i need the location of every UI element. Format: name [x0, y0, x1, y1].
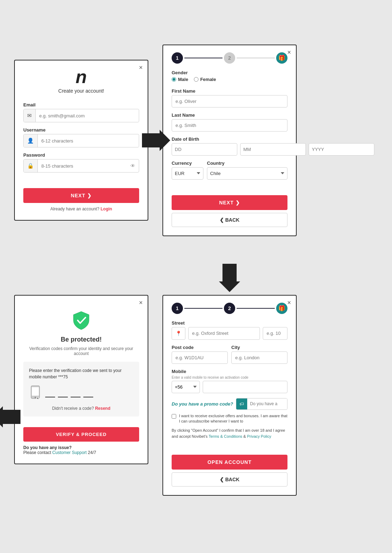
- support-link[interactable]: Customer Support: [52, 450, 87, 455]
- step1-close-button[interactable]: ×: [139, 64, 143, 71]
- step2-modal: × 1 2 🎁 Gender Male Female: [162, 45, 297, 236]
- step3-step2-circle: 2: [224, 303, 235, 314]
- email-group: Email ✉: [23, 102, 139, 122]
- step3-line-2: [237, 308, 275, 309]
- mobile-note: Enter a valid mobile to receive an activ…: [172, 376, 287, 379]
- phone-icon: [29, 385, 42, 402]
- step3-modal: × 1 2 🎁 Street 📍 Post code: [162, 295, 297, 496]
- male-label: Male: [178, 77, 188, 82]
- postcode-input[interactable]: [172, 351, 228, 364]
- gender-options: Male Female: [172, 77, 287, 83]
- email-input-wrapper: ✉: [23, 109, 139, 122]
- logo-area: n: [23, 68, 139, 86]
- step3-step3-circle: 🎁: [276, 303, 287, 314]
- step2-close-button[interactable]: ×: [287, 49, 291, 56]
- female-label: Female: [200, 77, 216, 82]
- step2-circle: 2: [224, 52, 235, 64]
- lastname-group: Last Name: [172, 112, 287, 132]
- location-icon: 📍: [172, 327, 185, 340]
- mobile-group: Mobile Enter a valid mobile to receive a…: [172, 369, 287, 393]
- step3-step1-circle: 1: [172, 303, 183, 314]
- firstname-label: First Name: [172, 88, 287, 94]
- female-option[interactable]: Female: [194, 77, 216, 82]
- step1-next-button[interactable]: NEXT ❯: [23, 188, 139, 203]
- verify-proceed-button[interactable]: VERIFY & PROCEED: [23, 427, 139, 442]
- offers-checkbox-row: I want to receive exclusive offers and b…: [172, 413, 287, 424]
- terms-link[interactable]: Terms & Conditions: [209, 434, 242, 438]
- password-label: Password: [23, 152, 139, 158]
- currency-country-row: Currency EUR USD GBP Country Chile Unite…: [172, 161, 287, 185]
- email-input[interactable]: [36, 110, 139, 122]
- dob-label: Date of Birth: [172, 136, 287, 142]
- gender-group: Gender Male Female: [172, 70, 287, 83]
- resend-link[interactable]: Resend: [95, 406, 110, 411]
- gender-label: Gender: [172, 70, 287, 75]
- street-number-input[interactable]: [263, 327, 287, 340]
- currency-group: Currency EUR USD GBP: [172, 161, 203, 180]
- step1-modal: × n Create your account! Email ✉ Usernam…: [14, 60, 148, 221]
- svg-marker-0: [142, 130, 170, 151]
- mobile-input[interactable]: [203, 381, 287, 393]
- privacy-link[interactable]: Privacy Policy: [247, 434, 271, 438]
- password-input[interactable]: [38, 160, 127, 172]
- step4-close-button[interactable]: ×: [139, 299, 143, 307]
- svg-rect-3: [32, 387, 39, 396]
- shield-icon-area: [23, 310, 139, 332]
- promo-input[interactable]: [247, 398, 287, 409]
- currency-select[interactable]: EUR USD GBP: [172, 167, 203, 180]
- username-group: Username 👤: [23, 127, 139, 147]
- step2-next-button[interactable]: NEXT ❯: [172, 195, 287, 210]
- eye-icon[interactable]: 👁: [127, 160, 139, 172]
- dob-yyyy-input[interactable]: [309, 143, 374, 156]
- verify-subtitle: Verification codes confirm your identity…: [23, 346, 139, 356]
- mobile-country-select[interactable]: +56 +44 +1: [172, 381, 200, 393]
- lastname-input[interactable]: [172, 119, 287, 132]
- step3-close-button[interactable]: ×: [287, 299, 291, 307]
- offers-text: I want to receive exclusive offers and b…: [179, 413, 287, 424]
- promo-row: Do you have a promo code? 🏷: [172, 398, 287, 410]
- country-group: Country Chile United Kingdom USA: [207, 161, 287, 180]
- step3-line-1: [184, 308, 222, 309]
- step2-back-button[interactable]: ❮ BACK: [172, 213, 287, 227]
- male-radio[interactable]: [172, 77, 176, 82]
- issue-title: Do you have any issue?: [23, 445, 72, 450]
- offers-checkbox[interactable]: [172, 414, 176, 419]
- street-input[interactable]: [188, 327, 260, 340]
- resend-row: Didn't receive a code? Resend: [29, 406, 133, 411]
- password-input-wrapper: 🔒 👁: [23, 159, 139, 173]
- step3-back-button[interactable]: ❮ BACK: [172, 472, 287, 487]
- support-text: Do you have any issue? Please contact Cu…: [23, 445, 139, 455]
- login-link[interactable]: Login: [101, 206, 112, 211]
- currency-label: Currency: [172, 161, 203, 166]
- resend-text: Didn't receive a code?: [52, 406, 94, 411]
- step3-progress-bar: 1 2 🎁: [172, 303, 287, 314]
- support-suffix: 24/7: [88, 450, 96, 455]
- city-input[interactable]: [231, 351, 287, 364]
- country-select[interactable]: Chile United Kingdom USA: [207, 167, 287, 180]
- arrow-right: [142, 130, 170, 151]
- issue-text: Please contact: [23, 450, 51, 455]
- dob-dd-input[interactable]: [172, 143, 237, 156]
- dob-group: Date of Birth: [172, 136, 287, 156]
- arrow-down: [219, 264, 240, 292]
- arrow-left: [0, 406, 20, 427]
- step3-circle: 🎁: [276, 52, 287, 64]
- shield-icon: [71, 310, 92, 331]
- female-radio[interactable]: [194, 77, 198, 82]
- email-label: Email: [23, 102, 139, 107]
- dob-mm-input[interactable]: [240, 143, 306, 156]
- firstname-input[interactable]: [172, 95, 287, 107]
- email-icon: ✉: [24, 109, 36, 122]
- open-account-button[interactable]: OPEN ACCOUNT: [172, 455, 287, 470]
- username-input-wrapper: 👤: [23, 134, 139, 147]
- step1-circle: 1: [172, 52, 183, 64]
- progress-bar: 1 2 🎁: [172, 52, 287, 64]
- street-label: Street: [172, 320, 287, 326]
- male-option[interactable]: Male: [172, 77, 188, 82]
- username-input[interactable]: [38, 135, 139, 147]
- street-group: Street 📍: [172, 320, 287, 340]
- mobile-row: +56 +44 +1: [172, 381, 287, 393]
- mobile-label: Mobile: [172, 369, 287, 374]
- country-label: Country: [207, 161, 287, 166]
- promo-input-box: 🏷: [236, 398, 287, 410]
